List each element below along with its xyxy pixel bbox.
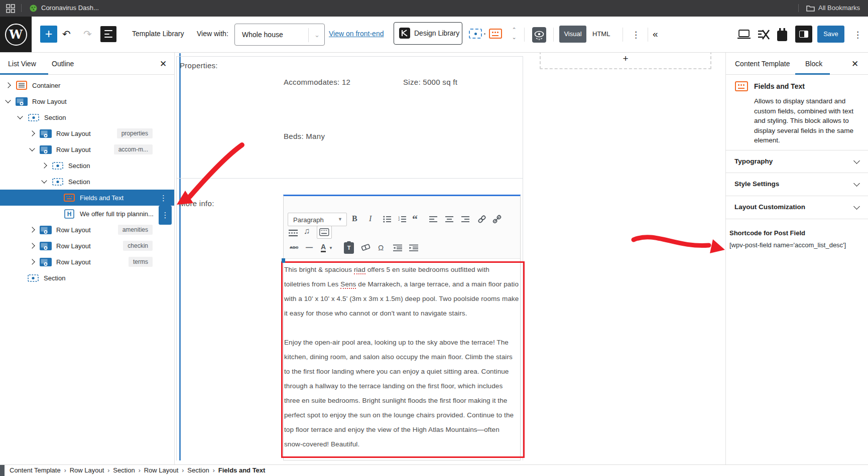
- browser-tab-title[interactable]: Coronavirus Dash...: [41, 4, 99, 12]
- view-with-select[interactable]: Whole house ⌄: [234, 24, 325, 46]
- expander-chevron-icon[interactable]: [29, 259, 35, 264]
- list-item-row-layout[interactable]: Row Layoutaccom-m...: [0, 141, 174, 157]
- paste-as-text-button[interactable]: T: [344, 242, 354, 254]
- visual-tab-button[interactable]: Visual: [559, 26, 586, 43]
- editor-text-line[interactable]: toiletries from Les Sens de Marrakech, a…: [284, 280, 519, 288]
- editor-text-line[interactable]: with a 10' x 10' x 4.5' (3m x 3m x 1.5m)…: [284, 295, 519, 302]
- editor-text-line[interactable]: Enjoy the open-air pool area, looking up…: [284, 339, 509, 346]
- template-library-button[interactable]: Template Library: [132, 30, 184, 38]
- list-item-fields-and-text[interactable]: Fields and Text⋮: [0, 190, 174, 206]
- breadcrumb-item[interactable]: Content Template: [10, 466, 61, 474]
- expander-chevron-icon[interactable]: [5, 82, 11, 88]
- paragraph-format-select[interactable]: Paragraph▼: [288, 213, 347, 226]
- editor-text-line[interactable]: to the first floor landing where you can…: [284, 368, 509, 375]
- expander-chevron-icon[interactable]: [29, 227, 35, 232]
- editor-text-line[interactable]: perfect spot to enjoy the sun on the lou…: [284, 411, 514, 419]
- indent-button[interactable]: [409, 244, 418, 251]
- view-on-frontend-link[interactable]: View on front-end: [329, 30, 384, 38]
- laptop-preview-icon[interactable]: [737, 30, 751, 40]
- expander-chevron-icon[interactable]: [29, 243, 35, 248]
- toolbar-toggle-button[interactable]: [317, 226, 332, 239]
- align-center-button[interactable]: [445, 216, 453, 223]
- block-navigation-icon[interactable]: [469, 29, 482, 39]
- list-item-section[interactable]: Section: [0, 157, 174, 174]
- breadcrumb-item[interactable]: Row Layout: [70, 466, 104, 474]
- block-inserter-button[interactable]: +: [40, 26, 57, 43]
- settings-sidebar-toggle[interactable]: [795, 26, 812, 43]
- link-button[interactable]: [477, 215, 486, 224]
- editor-text-line[interactable]: kitchen, dining room, and salon also occ…: [284, 353, 513, 361]
- expander-chevron-icon[interactable]: [5, 97, 11, 103]
- expander-chevron-icon[interactable]: [29, 130, 35, 136]
- list-item-row-layout[interactable]: Row Layoutamenities: [0, 222, 174, 238]
- html-tab-button[interactable]: HTML: [592, 30, 610, 38]
- special-char-button[interactable]: Ω: [378, 243, 384, 252]
- clear-formatting-button[interactable]: [361, 243, 371, 251]
- blockquote-button[interactable]: “: [412, 213, 418, 226]
- add-block-plus-icon[interactable]: +: [623, 53, 628, 64]
- close-sidebar-icon[interactable]: ✕: [851, 59, 858, 69]
- strikethrough-button[interactable]: ABC: [290, 245, 298, 250]
- tab-block[interactable]: Block: [805, 60, 822, 68]
- outdent-button[interactable]: [393, 244, 402, 251]
- accordion-style-settings[interactable]: Style Settings: [726, 173, 868, 196]
- align-right-button[interactable]: [461, 216, 469, 223]
- text-color-button[interactable]: A: [321, 243, 326, 252]
- list-item-section[interactable]: Section: [0, 174, 174, 190]
- wordpress-logo[interactable]: W: [0, 17, 32, 52]
- breadcrumb-item[interactable]: Section: [187, 466, 209, 474]
- read-more-button[interactable]: [289, 229, 298, 237]
- expander-chevron-icon[interactable]: [29, 145, 35, 151]
- save-button[interactable]: Save: [817, 26, 844, 43]
- preview-eye-icon[interactable]: [532, 27, 546, 43]
- block-appender[interactable]: +: [540, 53, 711, 69]
- bold-button[interactable]: B: [352, 214, 357, 223]
- tab-content-template[interactable]: Content Template: [735, 60, 790, 68]
- more-options-kebab-icon[interactable]: ⋮: [853, 30, 862, 40]
- horizontal-rule-button[interactable]: —: [306, 243, 313, 251]
- bullet-list-button[interactable]: [383, 216, 392, 223]
- document-overview-button[interactable]: [100, 26, 116, 42]
- scroll-arrows-icon[interactable]: ⌃⌄: [509, 26, 519, 43]
- close-panel-icon[interactable]: ✕: [160, 59, 167, 69]
- list-item-container[interactable]: Container: [0, 77, 174, 93]
- tab-grid-icon[interactable]: [6, 4, 15, 13]
- align-left-button[interactable]: [429, 216, 437, 223]
- list-item-row-layout[interactable]: Row Layoutterms: [0, 254, 174, 270]
- row-options-kebab-icon[interactable]: ⋮: [160, 194, 167, 203]
- tab-list-view[interactable]: List View: [8, 60, 36, 68]
- toolset-icon[interactable]: [757, 28, 770, 41]
- editor-text-line[interactable]: This bright & spacious riad offers 5 en …: [284, 266, 489, 273]
- list-item-section[interactable]: Section: [0, 109, 174, 125]
- list-item-row-layout[interactable]: Row Layout: [0, 93, 174, 109]
- editor-text-line[interactable]: snow-covered! Beautiful.: [284, 440, 359, 448]
- unlink-button[interactable]: [492, 215, 502, 224]
- numbered-list-button[interactable]: 12: [398, 216, 407, 223]
- breadcrumb-item[interactable]: Section: [113, 466, 135, 474]
- undo-button[interactable]: ↶: [62, 28, 71, 40]
- editor-text-line[interactable]: it easy for those who cannot or don't wa…: [284, 309, 467, 317]
- accordion-typography[interactable]: Typography: [726, 150, 868, 173]
- italic-button[interactable]: I: [369, 214, 371, 223]
- editor-text-line[interactable]: top floor terrace and enjoy the view of …: [284, 426, 500, 433]
- tab-outline[interactable]: Outline: [52, 60, 74, 68]
- accordion-layout-customization[interactable]: Layout Customization: [726, 196, 868, 219]
- collapse-panel-icon[interactable]: «: [653, 29, 658, 40]
- expander-chevron-icon[interactable]: [41, 163, 47, 168]
- text-color-chevron-icon[interactable]: ▼: [329, 246, 333, 250]
- expander-chevron-icon[interactable]: [17, 113, 23, 119]
- breadcrumb-item[interactable]: Row Layout: [144, 466, 179, 474]
- redo-button[interactable]: ↷: [83, 28, 92, 40]
- list-item-section[interactable]: Section: [0, 270, 174, 286]
- toolset-fields-button[interactable]: ♫: [304, 226, 310, 236]
- editor-text-line[interactable]: three en suite bedrooms. Bright sunlight…: [284, 397, 507, 404]
- design-library-button[interactable]: Design Library: [394, 22, 462, 45]
- list-item-we-offer-full-trip-plannin-[interactable]: HWe offer full trip plannin...: [0, 206, 174, 222]
- fields-text-keyboard-icon[interactable]: [489, 29, 502, 39]
- breadcrumb-item[interactable]: Fields and Text: [218, 466, 266, 474]
- list-item-options-button[interactable]: ⋮: [159, 206, 172, 225]
- shortcode-value[interactable]: [wpv-post-field name='accom_list_desc']: [729, 241, 846, 249]
- options-kebab-icon[interactable]: ⋮: [632, 30, 640, 40]
- list-item-row-layout[interactable]: Row Layoutproperties: [0, 125, 174, 141]
- expander-chevron-icon[interactable]: [41, 178, 47, 183]
